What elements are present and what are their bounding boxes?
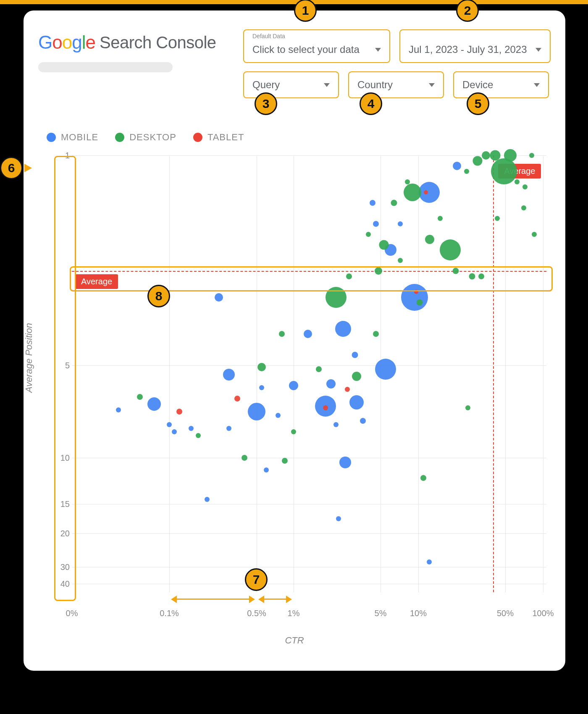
grid-line [543,155,543,592]
arrow-right-icon [24,164,32,172]
grid-line [505,155,506,592]
brand-header: Google Search Console [38,32,216,53]
data-point [391,200,397,206]
data-point [172,429,177,434]
x-tick-label: 1% [288,609,300,618]
data-point [398,258,403,263]
data-point [336,516,341,521]
data-point [419,182,440,203]
data-point [370,200,375,206]
data-point [196,433,201,438]
x-tick-label: 0.1% [160,609,179,618]
circle-icon [193,133,202,142]
data-point [491,158,517,184]
y-axis-label: Average Position [24,323,34,393]
data-point [360,418,366,424]
country-filter-dropdown[interactable]: Country [348,71,444,98]
grid-line [169,155,170,592]
x-axis-label: CTR [38,635,551,646]
chevron-down-icon [536,48,541,52]
x-tick-label: 50% [497,609,514,618]
data-point [291,429,296,434]
data-point [375,359,396,380]
grid-line [72,458,546,458]
legend: MOBILE DESKTOP TABLET [47,132,551,143]
grid-line [72,365,546,366]
data-point [137,394,143,400]
data-point [366,232,371,237]
country-filter-label: Country [357,79,393,91]
data-point [416,299,423,306]
data-point [226,426,231,431]
data-point [373,221,379,227]
data-point [398,221,403,226]
data-point [234,396,240,402]
chevron-down-icon [324,83,330,87]
data-point [404,184,421,201]
query-filter-dropdown[interactable]: Query [243,71,339,98]
data-point [532,232,537,237]
grid-line [418,155,419,592]
data-point [352,352,358,358]
callout-6: 6 [0,157,23,179]
data-point [373,331,379,337]
callout-1: 1 [294,0,317,22]
query-filter-label: Query [252,79,280,91]
data-point [453,162,461,170]
data-point [427,559,432,564]
chevron-down-icon [534,83,540,87]
annotation-box-avg-position [70,266,553,291]
data-point [248,403,265,420]
subtitle-placeholder [38,62,173,72]
x-tick-label: 5% [375,609,387,618]
legend-tablet: TABLET [193,132,244,143]
x-tick-label: 10% [410,609,427,618]
callout-4: 4 [360,92,382,115]
grid-line [257,155,257,592]
data-point [242,455,247,461]
data-point [352,372,361,381]
data-point [289,381,298,390]
data-selector-dropdown[interactable]: Default Data Click to select your data [243,29,390,63]
data-point [379,240,388,249]
data-point [304,330,312,338]
device-filter-dropdown[interactable]: Device [453,71,549,98]
data-point [215,293,223,302]
data-point [335,321,351,337]
data-point [438,216,443,221]
avg-ctr-line [493,155,494,592]
data-point [326,379,336,388]
data-point [482,151,490,160]
data-point [279,331,285,337]
callout-2: 2 [456,0,479,22]
dashboard-card: Google Search Console Default Data Click… [24,10,565,671]
google-logo: Google [38,32,95,53]
data-point [345,387,350,392]
scatter-chart: Average Position AverageAverage CTR 0%0.… [38,155,551,630]
data-point [424,190,428,194]
callout-8: 8 [147,285,170,307]
grid-line [72,567,546,567]
data-point [465,405,470,410]
data-point [339,457,351,468]
data-point [316,366,322,372]
data-point [440,239,461,260]
callout-7: 7 [245,568,268,591]
data-point [116,407,121,412]
x-tick-label: 0.5% [247,609,266,618]
date-range-label: Jul 1, 2023 - July 31, 2023 [409,44,527,55]
date-range-dropdown[interactable]: Jul 1, 2023 - July 31, 2023 [399,29,551,63]
data-point [167,422,172,427]
data-point [521,205,526,210]
x-tick-label: 100% [532,609,554,618]
grid-line [294,155,294,592]
data-point [323,405,328,410]
annotation-range-arrow-right [264,598,286,600]
data-point [495,216,500,221]
callout-3: 3 [255,92,277,115]
data-selector-label: Click to select your data [252,44,360,55]
data-point [257,363,266,371]
data-selector-small-label: Default Data [252,33,285,39]
chevron-down-icon [429,83,435,87]
plot-area: AverageAverage [72,155,546,592]
